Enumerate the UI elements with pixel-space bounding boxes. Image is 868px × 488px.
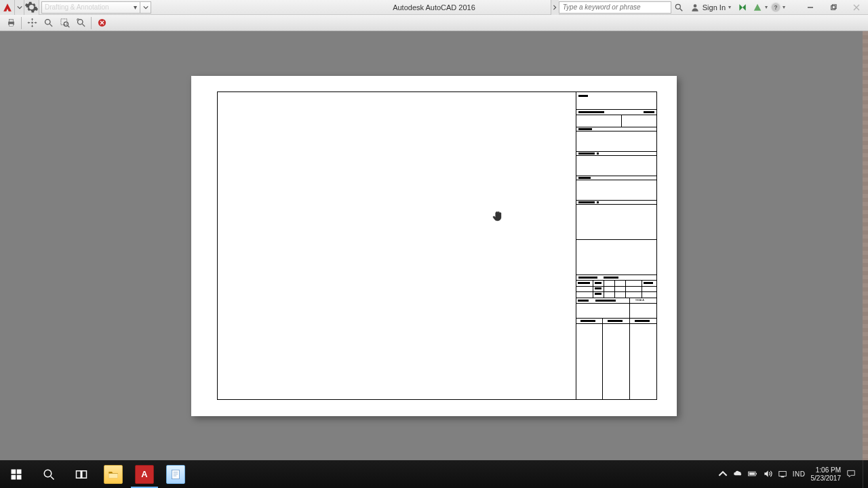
search-icon[interactable] [671, 0, 686, 15]
svg-point-14 [45, 20, 50, 25]
workspace-extra-dropdown[interactable] [140, 1, 151, 14]
svg-rect-11 [9, 20, 13, 22]
system-tray: IND 1:06 PM 5/23/2017 [718, 460, 863, 488]
title-bar: Drafting & Annotation ▾ Autodesk AutoCAD… [0, 0, 868, 15]
svg-line-18 [67, 26, 69, 28]
svg-rect-7 [832, 4, 836, 8]
pan-button[interactable] [24, 16, 39, 30]
close-preview-button[interactable] [94, 16, 109, 30]
chevron-down-icon: ▾ [783, 4, 785, 10]
svg-line-20 [82, 24, 85, 26]
infocenter-expand[interactable] [551, 0, 559, 15]
svg-rect-12 [9, 24, 13, 26]
svg-rect-30 [77, 470, 81, 478]
search-box[interactable] [559, 1, 671, 14]
svg-line-29 [51, 476, 54, 480]
qat-dropdown[interactable] [15, 0, 24, 15]
adjacent-window-strip [863, 31, 868, 460]
tray-overflow-icon[interactable] [718, 469, 728, 480]
svg-rect-32 [172, 470, 180, 479]
workspace-combo[interactable]: Drafting & Annotation ▾ [41, 1, 140, 14]
svg-point-13 [31, 22, 33, 24]
svg-point-2 [693, 4, 696, 7]
tray-clock[interactable]: 1:06 PM 5/23/2017 [811, 466, 842, 483]
task-view-button[interactable] [65, 460, 98, 488]
svg-rect-39 [779, 471, 787, 476]
svg-point-0 [675, 4, 680, 9]
title-block: SKALA [576, 92, 656, 399]
toolbar-separator [91, 17, 92, 29]
taskbar-app-notepad[interactable] [160, 460, 191, 488]
svg-point-19 [77, 20, 83, 25]
chevron-down-icon: ▾ [728, 4, 731, 10]
plot-button[interactable] [3, 16, 18, 30]
plot-preview-toolbar [0, 15, 868, 31]
plot-preview-canvas[interactable]: SKALA [0, 31, 868, 460]
tray-date: 5/23/2017 [811, 474, 842, 483]
sign-in-label: Sign In [703, 3, 726, 12]
tray-time: 1:06 PM [811, 466, 842, 474]
zoom-button[interactable] [41, 16, 56, 30]
start-button[interactable] [0, 460, 33, 488]
svg-rect-24 [12, 469, 16, 474]
svg-rect-31 [82, 470, 87, 478]
pan-hand-cursor [491, 209, 505, 224]
taskbar-app-autocad[interactable]: A [129, 460, 160, 488]
minimize-button[interactable] [799, 0, 822, 15]
svg-text:?: ? [774, 4, 778, 10]
taskbar-app-file-explorer[interactable] [98, 460, 129, 488]
svg-point-28 [44, 470, 52, 477]
action-center-icon[interactable] [846, 469, 856, 480]
svg-rect-27 [17, 474, 22, 479]
search-button[interactable] [33, 460, 65, 488]
battery-icon[interactable] [748, 469, 757, 480]
options-gear-icon[interactable] [24, 0, 39, 15]
svg-rect-25 [17, 469, 22, 474]
sign-in-button[interactable]: Sign In ▾ [686, 3, 735, 12]
svg-rect-38 [749, 472, 755, 475]
svg-rect-40 [781, 476, 784, 477]
svg-line-1 [680, 8, 683, 11]
svg-rect-37 [755, 472, 756, 474]
toolbar-separator [21, 17, 22, 29]
exchange-apps-icon[interactable] [735, 0, 750, 15]
chevron-down-icon: ▾ [134, 3, 137, 11]
workspace-label: Drafting & Annotation [45, 3, 109, 11]
chevron-down-icon: ▾ [765, 4, 768, 10]
skala-label: SKALA [635, 298, 644, 302]
svg-rect-26 [12, 474, 16, 479]
search-input[interactable] [563, 3, 667, 11]
titlebar-right: Sign In ▾ ▾ ? ▾ [551, 0, 868, 14]
svg-rect-6 [831, 5, 835, 9]
maximize-button[interactable] [822, 0, 845, 15]
help-icon[interactable]: ? [770, 2, 781, 13]
network-icon[interactable] [778, 469, 787, 480]
windows-taskbar: A IND 1:06 PM 5/23/2017 [0, 460, 868, 488]
volume-icon[interactable] [763, 469, 772, 480]
svg-point-17 [64, 22, 68, 26]
zoom-original-button[interactable] [73, 16, 88, 30]
svg-line-15 [50, 24, 52, 26]
close-button[interactable] [845, 0, 868, 15]
show-desktop-button[interactable] [863, 460, 868, 488]
app-menu-button[interactable] [0, 0, 15, 15]
paper-sheet: SKALA [191, 76, 677, 416]
onedrive-icon[interactable] [733, 469, 743, 480]
language-indicator[interactable]: IND [793, 470, 806, 478]
zoom-window-button[interactable] [57, 16, 72, 30]
drawing-frame: SKALA [217, 92, 657, 400]
a360-icon[interactable] [750, 0, 765, 15]
drawing-area [218, 92, 576, 399]
